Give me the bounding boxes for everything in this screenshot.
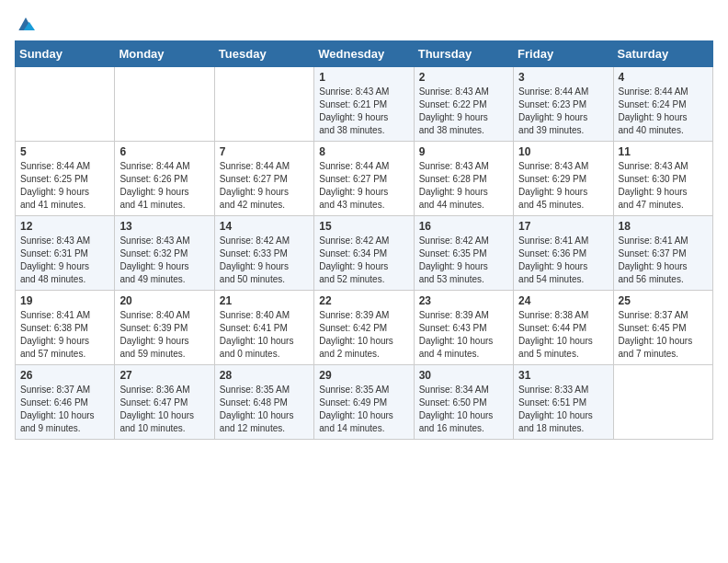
calendar-day-cell: 1Sunrise: 8:43 AM Sunset: 6:21 PM Daylig… — [314, 67, 414, 142]
day-number: 26 — [20, 369, 109, 382]
day-info: Sunrise: 8:44 AM Sunset: 6:23 PM Dayligh… — [518, 86, 608, 137]
day-number: 24 — [518, 294, 608, 307]
day-info: Sunrise: 8:38 AM Sunset: 6:44 PM Dayligh… — [518, 309, 608, 361]
day-info: Sunrise: 8:44 AM Sunset: 6:24 PM Dayligh… — [619, 86, 708, 137]
day-number: 3 — [518, 71, 608, 84]
day-info: Sunrise: 8:42 AM Sunset: 6:33 PM Dayligh… — [220, 235, 309, 286]
calendar-day-cell: 10Sunrise: 8:43 AM Sunset: 6:29 PM Dayli… — [514, 142, 613, 216]
days-of-week-row: SundayMondayTuesdayWednesdayThursdayFrid… — [16, 41, 713, 67]
day-info: Sunrise: 8:44 AM Sunset: 6:26 PM Dayligh… — [119, 160, 209, 212]
calendar-day-cell: 24Sunrise: 8:38 AM Sunset: 6:44 PM Dayli… — [514, 291, 613, 365]
day-info: Sunrise: 8:41 AM Sunset: 6:37 PM Dayligh… — [619, 235, 708, 286]
day-number: 15 — [319, 220, 408, 233]
day-info: Sunrise: 8:40 AM Sunset: 6:39 PM Dayligh… — [119, 309, 209, 361]
calendar-day-cell — [214, 67, 313, 142]
day-info: Sunrise: 8:33 AM Sunset: 6:51 PM Dayligh… — [518, 384, 608, 435]
day-number: 21 — [220, 294, 309, 307]
calendar-day-cell: 2Sunrise: 8:43 AM Sunset: 6:22 PM Daylig… — [414, 67, 513, 142]
day-of-week-header: Wednesday — [314, 41, 414, 67]
day-of-week-header: Thursday — [414, 41, 513, 67]
day-info: Sunrise: 8:43 AM Sunset: 6:32 PM Dayligh… — [119, 235, 209, 286]
calendar-week-row: 26Sunrise: 8:37 AM Sunset: 6:46 PM Dayli… — [16, 365, 713, 440]
day-number: 12 — [20, 220, 109, 233]
calendar-day-cell: 12Sunrise: 8:43 AM Sunset: 6:31 PM Dayli… — [16, 216, 115, 291]
calendar-day-cell: 27Sunrise: 8:36 AM Sunset: 6:47 PM Dayli… — [115, 365, 214, 440]
day-info: Sunrise: 8:44 AM Sunset: 6:27 PM Dayligh… — [319, 160, 408, 212]
day-number: 18 — [619, 220, 708, 233]
day-number: 4 — [619, 71, 708, 84]
calendar-header: SundayMondayTuesdayWednesdayThursdayFrid… — [16, 41, 713, 67]
calendar-body: 1Sunrise: 8:43 AM Sunset: 6:21 PM Daylig… — [16, 67, 713, 440]
calendar-week-row: 5Sunrise: 8:44 AM Sunset: 6:25 PM Daylig… — [16, 142, 713, 216]
day-number: 10 — [518, 145, 608, 158]
calendar-day-cell: 7Sunrise: 8:44 AM Sunset: 6:27 PM Daylig… — [214, 142, 313, 216]
day-number: 1 — [319, 71, 408, 84]
day-info: Sunrise: 8:35 AM Sunset: 6:49 PM Dayligh… — [319, 384, 408, 435]
calendar-day-cell: 15Sunrise: 8:42 AM Sunset: 6:34 PM Dayli… — [314, 216, 414, 291]
day-info: Sunrise: 8:42 AM Sunset: 6:34 PM Dayligh… — [319, 235, 408, 286]
day-number: 5 — [20, 145, 109, 158]
day-info: Sunrise: 8:37 AM Sunset: 6:46 PM Dayligh… — [20, 384, 109, 435]
calendar-table: SundayMondayTuesdayWednesdayThursdayFrid… — [15, 40, 713, 440]
day-info: Sunrise: 8:37 AM Sunset: 6:45 PM Dayligh… — [619, 309, 708, 361]
logo — [15, 15, 40, 33]
calendar-week-row: 19Sunrise: 8:41 AM Sunset: 6:38 PM Dayli… — [16, 291, 713, 365]
calendar-day-cell — [16, 67, 115, 142]
calendar-day-cell: 26Sunrise: 8:37 AM Sunset: 6:46 PM Dayli… — [16, 365, 115, 440]
day-info: Sunrise: 8:36 AM Sunset: 6:47 PM Dayligh… — [119, 384, 209, 435]
calendar-day-cell: 9Sunrise: 8:43 AM Sunset: 6:28 PM Daylig… — [414, 142, 513, 216]
day-info: Sunrise: 8:43 AM Sunset: 6:21 PM Dayligh… — [319, 86, 408, 137]
calendar-day-cell: 21Sunrise: 8:40 AM Sunset: 6:41 PM Dayli… — [214, 291, 313, 365]
day-number: 7 — [220, 145, 309, 158]
day-number: 13 — [119, 220, 209, 233]
day-number: 31 — [518, 369, 608, 382]
calendar-day-cell: 23Sunrise: 8:39 AM Sunset: 6:43 PM Dayli… — [414, 291, 513, 365]
day-number: 20 — [119, 294, 209, 307]
day-number: 23 — [419, 294, 508, 307]
day-info: Sunrise: 8:35 AM Sunset: 6:48 PM Dayligh… — [220, 384, 309, 435]
calendar-day-cell: 25Sunrise: 8:37 AM Sunset: 6:45 PM Dayli… — [613, 291, 712, 365]
calendar-day-cell: 22Sunrise: 8:39 AM Sunset: 6:42 PM Dayli… — [314, 291, 414, 365]
calendar-day-cell: 5Sunrise: 8:44 AM Sunset: 6:25 PM Daylig… — [16, 142, 115, 216]
calendar-day-cell: 14Sunrise: 8:42 AM Sunset: 6:33 PM Dayli… — [214, 216, 313, 291]
day-number: 30 — [419, 369, 508, 382]
day-info: Sunrise: 8:43 AM Sunset: 6:22 PM Dayligh… — [419, 86, 508, 137]
calendar-day-cell: 20Sunrise: 8:40 AM Sunset: 6:39 PM Dayli… — [115, 291, 214, 365]
day-info: Sunrise: 8:43 AM Sunset: 6:31 PM Dayligh… — [20, 235, 109, 286]
day-number: 17 — [518, 220, 608, 233]
calendar-day-cell: 29Sunrise: 8:35 AM Sunset: 6:49 PM Dayli… — [314, 365, 414, 440]
calendar-week-row: 12Sunrise: 8:43 AM Sunset: 6:31 PM Dayli… — [16, 216, 713, 291]
day-number: 28 — [220, 369, 309, 382]
day-of-week-header: Sunday — [16, 41, 115, 67]
day-number: 16 — [419, 220, 508, 233]
calendar-day-cell — [115, 67, 214, 142]
day-number: 29 — [319, 369, 408, 382]
day-number: 8 — [319, 145, 408, 158]
calendar-day-cell: 8Sunrise: 8:44 AM Sunset: 6:27 PM Daylig… — [314, 142, 414, 216]
calendar-day-cell: 3Sunrise: 8:44 AM Sunset: 6:23 PM Daylig… — [514, 67, 613, 142]
day-of-week-header: Saturday — [613, 41, 712, 67]
calendar-day-cell: 31Sunrise: 8:33 AM Sunset: 6:51 PM Dayli… — [514, 365, 613, 440]
calendar-day-cell: 16Sunrise: 8:42 AM Sunset: 6:35 PM Dayli… — [414, 216, 513, 291]
day-info: Sunrise: 8:44 AM Sunset: 6:25 PM Dayligh… — [20, 160, 109, 212]
calendar-day-cell: 11Sunrise: 8:43 AM Sunset: 6:30 PM Dayli… — [613, 142, 712, 216]
logo-icon — [15, 15, 37, 33]
day-info: Sunrise: 8:42 AM Sunset: 6:35 PM Dayligh… — [419, 235, 508, 286]
calendar-day-cell: 19Sunrise: 8:41 AM Sunset: 6:38 PM Dayli… — [16, 291, 115, 365]
day-info: Sunrise: 8:34 AM Sunset: 6:50 PM Dayligh… — [419, 384, 508, 435]
page-header — [15, 15, 713, 33]
day-of-week-header: Tuesday — [214, 41, 313, 67]
calendar-day-cell: 6Sunrise: 8:44 AM Sunset: 6:26 PM Daylig… — [115, 142, 214, 216]
calendar-day-cell: 28Sunrise: 8:35 AM Sunset: 6:48 PM Dayli… — [214, 365, 313, 440]
day-number: 19 — [20, 294, 109, 307]
day-info: Sunrise: 8:43 AM Sunset: 6:30 PM Dayligh… — [619, 160, 708, 212]
day-number: 22 — [319, 294, 408, 307]
day-info: Sunrise: 8:44 AM Sunset: 6:27 PM Dayligh… — [220, 160, 309, 212]
calendar-day-cell — [613, 365, 712, 440]
day-info: Sunrise: 8:39 AM Sunset: 6:43 PM Dayligh… — [419, 309, 508, 361]
day-number: 11 — [619, 145, 708, 158]
calendar-day-cell: 30Sunrise: 8:34 AM Sunset: 6:50 PM Dayli… — [414, 365, 513, 440]
day-info: Sunrise: 8:41 AM Sunset: 6:36 PM Dayligh… — [518, 235, 608, 286]
calendar-day-cell: 13Sunrise: 8:43 AM Sunset: 6:32 PM Dayli… — [115, 216, 214, 291]
calendar-day-cell: 4Sunrise: 8:44 AM Sunset: 6:24 PM Daylig… — [613, 67, 712, 142]
